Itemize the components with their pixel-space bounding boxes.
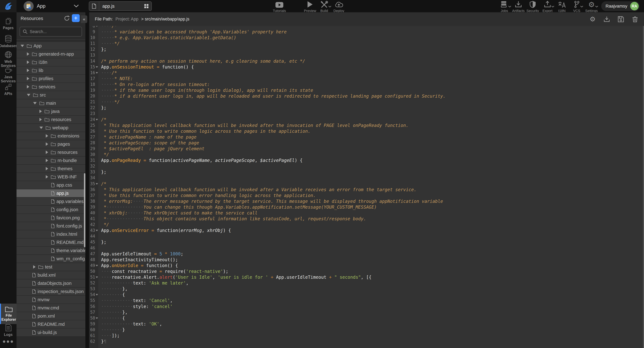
fold-marker-icon[interactable] [96, 72, 98, 74]
chevron-closed-icon[interactable] [33, 265, 36, 269]
project-chevron-down-icon[interactable] [74, 5, 79, 8]
chevron-closed-icon[interactable] [27, 69, 29, 72]
tree-row-resources[interactable]: resources [16, 148, 85, 156]
tree-item-label: generated-rn-app [39, 52, 74, 57]
tree-row-test[interactable]: test [16, 263, 85, 271]
tree-row-pages[interactable]: pages [16, 140, 85, 148]
sidebar-item-web-services[interactable]: Web Services [0, 51, 16, 68]
tab-app-js[interactable]: app.js [89, 2, 152, 11]
chevron-closed-icon[interactable] [46, 134, 48, 138]
tree-row-i18n[interactable]: i18n [16, 58, 85, 66]
tree-row-app[interactable]: App [16, 42, 85, 50]
settings-button[interactable]: ⚙ Settings [580, 1, 603, 13]
tree-row-theme-variables-less[interactable]: theme.variables.less [16, 247, 85, 255]
code-line-text: */ [98, 152, 109, 157]
chevron-closed-icon[interactable] [40, 110, 42, 113]
tree-row-main[interactable]: main [16, 99, 85, 107]
tree-row-build-xml[interactable]: build.xml [16, 271, 85, 279]
chevron-open-icon[interactable] [20, 45, 24, 47]
tree-row-app-js[interactable]: app.js [16, 189, 85, 198]
save-file-icon[interactable] [618, 16, 624, 23]
deploy-button[interactable]: Deploy [327, 1, 350, 13]
sidebar-item-logs[interactable]: Logs [0, 324, 16, 337]
editor-scrollbar[interactable] [643, 26, 644, 348]
tree-row-java[interactable]: java [16, 107, 85, 116]
tree-row-src[interactable]: src [16, 91, 85, 99]
collapse-panel-button[interactable]: « [81, 16, 87, 23]
tree-row-index-html[interactable]: index.html [16, 230, 85, 238]
tree-row-readme-md[interactable]: README.md [16, 238, 85, 247]
chevron-closed-icon[interactable] [27, 85, 29, 88]
user-menu[interactable]: Raajvamsy RA [601, 1, 640, 11]
chevron-closed-icon[interactable] [46, 150, 48, 154]
brand-logo[interactable] [0, 0, 16, 12]
fold-marker-icon[interactable] [96, 183, 98, 185]
tree-row-inspection-results-json[interactable]: inspection_results.json [16, 287, 85, 296]
chevron-closed-icon[interactable] [27, 52, 29, 56]
wave-logo-icon [4, 1, 13, 11]
tree-row-font-config-js[interactable]: font.config.js [16, 222, 85, 230]
tree-scrollbar[interactable] [84, 173, 85, 247]
tree-row-themes[interactable]: themes [16, 165, 85, 173]
chevron-closed-icon[interactable] [27, 77, 29, 80]
tree-row-generated-rn-app[interactable]: generated-rn-app [16, 50, 85, 58]
sidebar-item-apis[interactable]: APIs [0, 83, 16, 96]
tree-row-services[interactable]: services [16, 83, 85, 91]
project-avatar[interactable] [24, 1, 34, 11]
chevron-closed-icon[interactable] [46, 142, 48, 146]
chevron-open-icon[interactable] [27, 94, 30, 96]
add-resource-button[interactable]: + [72, 14, 80, 22]
refresh-icon[interactable] [64, 15, 70, 22]
tree-row-extensions[interactable]: extensions [16, 132, 85, 140]
tree-row-mvnw-cmd[interactable]: mvnw.cmd [16, 304, 85, 312]
project-name[interactable]: App [37, 3, 46, 9]
folder-icon [32, 69, 37, 72]
line-number: 52 [89, 280, 98, 286]
code-line-27: 27 * activePageName : name of the page [89, 134, 644, 140]
chevron-closed-icon[interactable] [46, 159, 48, 162]
chevron-closed-icon[interactable] [27, 61, 29, 64]
chevron-open-icon[interactable] [33, 102, 37, 104]
fold-marker-icon[interactable] [96, 294, 98, 296]
fold-marker-icon[interactable] [96, 230, 98, 231]
delete-file-icon[interactable] [632, 16, 638, 23]
tree-row-dataobjects-json[interactable]: dataObjects.json [16, 279, 85, 287]
more-options-icon[interactable]: ●●● [0, 338, 16, 344]
chevron-closed-icon[interactable] [46, 175, 48, 179]
tree-row-web-inf[interactable]: WEB-INF [16, 173, 85, 181]
tree-row-profiles[interactable]: profiles [16, 75, 85, 83]
sidebar-item-pages[interactable]: Pages [0, 18, 16, 30]
tree-row-mvnw[interactable]: mvnw [16, 296, 85, 304]
tree-row-ui-build-js[interactable]: ui-build.js [16, 328, 85, 337]
chevron-open-icon[interactable] [40, 127, 43, 129]
fold-marker-icon[interactable] [96, 26, 98, 27]
fold-marker-icon[interactable] [96, 66, 98, 68]
sidebar-item-databases[interactable]: Databases [0, 35, 16, 48]
tree-row-rn-bundle[interactable]: rn-bundle [16, 156, 85, 165]
search-input[interactable]: Search... [20, 27, 82, 37]
tree-row-resources[interactable]: resources [16, 116, 85, 124]
fold-marker-icon[interactable] [96, 317, 98, 319]
fold-marker-icon[interactable] [96, 265, 98, 266]
sidebar-item-java-services[interactable]: Java Services [0, 66, 16, 83]
tutorials-button[interactable]: Tutorials [268, 1, 291, 13]
grid-view-icon[interactable] [141, 4, 152, 8]
tree-row-webapp[interactable]: webapp [16, 124, 85, 132]
tree-row-config-json[interactable]: config.json [16, 206, 85, 214]
tree-row-wm-rn-config-js[interactable]: wm_rn_config.js [16, 255, 85, 263]
download-file-icon[interactable] [604, 16, 610, 23]
tree-row-pom-xml[interactable]: pom.xml [16, 312, 85, 320]
chevron-closed-icon[interactable] [46, 167, 48, 170]
tree-row-readme-md[interactable]: README.md [16, 320, 85, 328]
fold-marker-icon[interactable] [96, 119, 98, 120]
line-number: 35 [89, 181, 98, 187]
chevron-closed-icon[interactable] [40, 118, 42, 121]
tree-row-favicon-png[interactable]: favicon.png [16, 214, 85, 222]
editor-settings-gear-icon[interactable]: ⚙ [589, 16, 596, 23]
code-area[interactable]: 8····/*9·····* variables can be accessed… [89, 26, 644, 348]
tree-row-app-variables-js[interactable]: app.variables.js [16, 198, 85, 206]
tree-row-lib[interactable]: lib [16, 66, 85, 75]
sidebar-item-file-explorer[interactable]: File Explorer [0, 304, 16, 324]
tree-row-app-css[interactable]: app.css [16, 181, 85, 189]
fold-marker-icon[interactable] [96, 276, 98, 278]
